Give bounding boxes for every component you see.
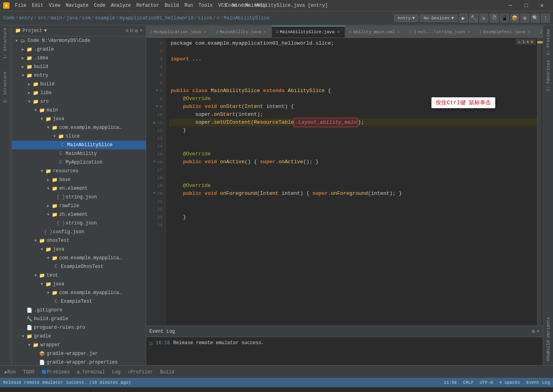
tree-item-build-root[interactable]: ▶ 📁 build — [12, 62, 146, 71]
tree-item-gradle[interactable]: ▶ 📁 .gradle — [12, 45, 146, 54]
tree-item-test-pkg[interactable]: ▼ 📁 com.example.myapplication01_hello... — [12, 288, 146, 297]
tree-item-rawfile[interactable]: ▶ 📁 rawfile — [12, 202, 146, 210]
settings-button[interactable]: ⚙ — [521, 14, 529, 23]
entry-dropdown[interactable]: entry ▼ — [394, 15, 419, 22]
tree-item-slice[interactable]: ▼ 📁 slice — [12, 132, 146, 141]
menu-run[interactable]: Run — [182, 2, 196, 9]
breadcrumb-entry[interactable]: entry — [19, 15, 33, 21]
bottom-tab-log[interactable]: Log — [109, 367, 124, 377]
tree-item-exampletest[interactable]: C ExampleTest — [12, 297, 146, 306]
tab-mainability[interactable]: J MainAbility.java × — [212, 26, 272, 38]
fold-indicator-7[interactable]: ▼ — [156, 87, 158, 95]
tab-exampletest[interactable]: J ExampleTest.java × — [476, 26, 536, 38]
menu-navigate[interactable]: Navigate — [63, 2, 91, 9]
sync-tree-icon[interactable]: ⊙ — [126, 28, 129, 34]
menu-refactor[interactable]: Refactor — [134, 2, 162, 9]
chevron-up-icon[interactable]: ∧ — [527, 39, 529, 44]
tree-item-gitignore[interactable]: 📄 .gitignore — [12, 306, 146, 315]
bottom-tab-run[interactable]: ▶ Run — [2, 367, 19, 377]
minimize-button[interactable]: ─ — [502, 0, 518, 11]
chevron-down-icon[interactable]: ∨ — [530, 39, 533, 44]
tree-item-ohostest[interactable]: ▼ 📁 ohosTest — [12, 236, 146, 245]
tree-item-config[interactable]: { } config.json — [12, 228, 146, 236]
collapse-all-icon[interactable]: ⊟ — [130, 28, 134, 34]
menu-more-button[interactable]: ⋮ — [541, 14, 550, 23]
status-charset[interactable]: UTF-8 — [480, 380, 493, 385]
breadcrumb-java[interactable]: java — [66, 15, 78, 21]
tree-item-gradle-wrapper-props[interactable]: 📄 gradle-wrapper.properties — [12, 358, 146, 365]
menu-view[interactable]: View — [47, 2, 63, 9]
breadcrumb-code[interactable]: Code — [3, 15, 15, 21]
bottom-tab-terminal[interactable]: $_ Terminal — [74, 367, 108, 377]
tree-item-en-string[interactable]: { } string.json — [12, 193, 146, 202]
tab-exampleohos[interactable]: J ExampleOhos... × — [536, 26, 543, 38]
tab-ability-main-xml[interactable]: X ability_main.xml × — [345, 26, 405, 38]
status-line-ending[interactable]: CRLF — [463, 380, 473, 385]
search-everywhere-button[interactable]: 🔍 — [531, 14, 540, 23]
tree-item-zh-element[interactable]: ▼ 📁 zh.element — [12, 210, 146, 219]
tree-item-idea[interactable]: ▶ 📁 .idea — [12, 54, 146, 62]
build-button[interactable]: 🔨 — [469, 14, 478, 23]
tree-item-buildgradle[interactable]: 🔧 build.gradle — [12, 315, 146, 323]
code-editor[interactable]: package com.example.myapplication01_hell… — [166, 38, 537, 326]
maximize-button[interactable]: □ — [518, 0, 534, 11]
close-button[interactable]: ✕ — [534, 0, 550, 11]
device-manager-button[interactable]: 📱 — [500, 14, 509, 23]
tree-item-entry-build[interactable]: ▶ 📁 build — [12, 80, 146, 89]
menu-tools[interactable]: Tools — [196, 2, 215, 9]
tree-item-gradle-folder[interactable]: ▼ 📁 gradle — [12, 332, 146, 341]
tree-item-com-pkg[interactable]: ▼ 📁 com.example.myapplication01_hello... — [12, 123, 146, 132]
sync-button[interactable]: ↻ — [480, 14, 488, 23]
settings-tree-icon[interactable]: ⚙ — [135, 28, 138, 34]
tree-item-main[interactable]: ▼ 📁 main — [12, 106, 146, 115]
tab-close-icon[interactable]: × — [263, 29, 267, 36]
eventlog-settings-icon[interactable]: ⚙ — [532, 328, 535, 335]
menu-file[interactable]: File — [13, 2, 29, 9]
menu-edit[interactable]: Edit — [30, 2, 46, 9]
profiler-button[interactable]: ⏱ — [490, 14, 498, 23]
status-time[interactable]: 11:58 — [444, 380, 457, 385]
tree-item-base[interactable]: ▶ 📁 base — [12, 175, 146, 184]
sdk-manager-button[interactable]: 📦 — [510, 14, 519, 23]
breadcrumb-main[interactable]: main — [51, 15, 62, 21]
bottom-tab-profiler[interactable]: ⚡ Profiler — [124, 367, 156, 377]
breadcrumb-example[interactable]: example — [95, 15, 115, 21]
tree-item-entry[interactable]: ▼ 📁 entry — [12, 71, 146, 80]
editor-scrollbar[interactable] — [537, 38, 543, 326]
tree-item-test-java[interactable]: ▼ 📁 java — [12, 280, 146, 288]
breadcrumb-com[interactable]: com — [82, 15, 91, 21]
bottom-tab-todo[interactable]: TODO — [20, 367, 38, 377]
breadcrumb-slice[interactable]: slice — [198, 15, 212, 21]
tree-item-exampleohostest[interactable]: C ExampleOhosTest — [12, 262, 146, 271]
breadcrumb-class[interactable]: MainAbilitySlice — [224, 15, 269, 21]
bottom-tab-build[interactable]: Build — [157, 367, 177, 377]
tree-item-wrapper[interactable]: ▼ 📁 wrapper — [12, 341, 146, 349]
tree-item-myapplication[interactable]: C MyApplication — [12, 158, 146, 167]
tree-item-java[interactable]: ▼ 📁 java — [12, 115, 146, 123]
filetree-dropdown-icon[interactable]: ▼ — [44, 28, 47, 34]
tab-close-icon[interactable]: × — [203, 29, 207, 36]
tree-item-root[interactable]: ▼ 🗂 Code N:\HarmonyOS\Code — [12, 36, 146, 45]
devices-dropdown[interactable]: No Devices ▼ — [420, 15, 457, 22]
fold-indicator-16[interactable]: ▼ — [153, 158, 156, 166]
tree-item-ohostest-java[interactable]: ▼ 📁 java — [12, 245, 146, 254]
tree-item-test[interactable]: ▼ 📁 test — [12, 271, 146, 280]
bottom-tab-problems[interactable]: 🔵 Problems — [38, 367, 73, 377]
menu-build[interactable]: Build — [162, 2, 181, 9]
tree-item-gradle-wrapper-jar[interactable]: 📦 gradle-wrapper.jar — [12, 349, 146, 358]
tree-item-libs[interactable]: ▶ 📁 libs — [12, 89, 146, 97]
status-indent[interactable]: 4 spaces — [499, 380, 520, 385]
status-event-log[interactable]: Event Log — [527, 380, 550, 385]
tree-item-zh-string[interactable]: { } string.json — [12, 219, 146, 228]
right-panel-ohosbuild[interactable]: OhoBuild Variants — [544, 315, 552, 364]
eventlog-close-icon[interactable]: × — [536, 328, 540, 335]
tab-close-icon[interactable]: × — [466, 29, 471, 36]
left-panel-z-structure[interactable]: Z: Structure — [1, 69, 9, 105]
tab-close-icon[interactable]: × — [336, 29, 341, 36]
tree-item-resources[interactable]: ▼ 📁 resources — [12, 167, 146, 175]
tree-item-src[interactable]: ▼ 📁 src — [12, 97, 146, 106]
breadcrumb-app[interactable]: myapplication01_helloworld — [120, 15, 194, 21]
menu-code[interactable]: Code — [92, 2, 108, 9]
tree-item-proguard[interactable]: 📄 proguard-rules.pro — [12, 323, 146, 332]
tab-mainabilityslice[interactable]: J MainAbilitySlice.java × — [272, 26, 345, 38]
